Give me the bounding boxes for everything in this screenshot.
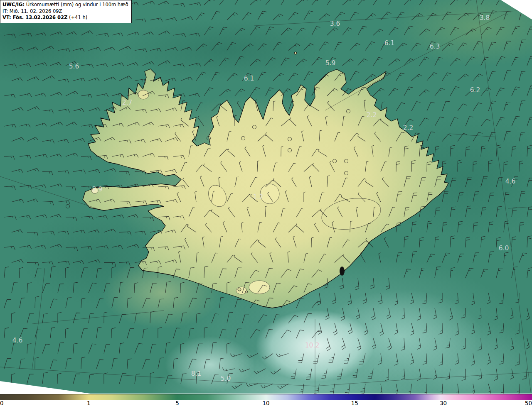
value-label: 6.3 <box>430 43 440 50</box>
map-canvas: 3.63.86.16.35.66.15.96.22.72.22.22.91.24… <box>0 0 532 394</box>
colorbar-tick: 15 <box>351 400 358 406</box>
weather-map-product: 3.63.86.16.35.66.15.96.22.72.22.22.91.24… <box>0 0 532 406</box>
value-label: 3.6 <box>330 20 340 27</box>
colorbar-tick: 10 <box>262 400 269 406</box>
map-title-box: UWC/IG: Úrkomumætti (mm) og vindur i 100… <box>0 0 132 23</box>
product-title: Úrkomumætti (mm) og vindur i 100m hæð <box>26 2 128 7</box>
product-id: UWC/IG: <box>2 2 25 7</box>
value-label: 6.1 <box>244 75 254 82</box>
value-label: 6.0 <box>499 245 509 252</box>
domain-corner <box>0 381 96 394</box>
colorbar-gradient <box>0 394 532 400</box>
value-label: 1.2 <box>253 193 264 201</box>
value-label: 10.2 <box>305 342 320 349</box>
value-label: 8.1 <box>191 370 202 377</box>
colorbar-tick-labels: 01510153050 <box>0 401 532 406</box>
glacier-outline <box>236 287 247 294</box>
valid-time: VT: Fös. 13.02.2026 02Z <box>2 15 67 20</box>
value-label: 3.8 <box>480 14 490 22</box>
map-overlay: 3.63.86.16.35.66.15.96.22.72.22.22.91.24… <box>0 0 532 394</box>
value-label: 4.6 <box>12 337 23 344</box>
init-time: IT: Mið. 11. 02. 2026 09Z <box>2 8 128 15</box>
domain-corner <box>501 0 532 20</box>
colorbar-tick: 1 <box>87 400 91 406</box>
glacier-outline <box>249 281 270 294</box>
colorbar-tick: 5 <box>175 400 179 406</box>
colorbar-tick: 0 <box>0 400 4 406</box>
valid-offset: (+41 h) <box>69 15 87 20</box>
value-label: 2.7 <box>122 99 133 106</box>
offshore-island <box>294 52 297 54</box>
calm-wind-circle <box>66 205 70 208</box>
value-label: 2.2 <box>367 111 377 119</box>
offshore-island <box>238 288 241 291</box>
mountain-blob <box>340 267 345 276</box>
colorbar-tick: 30 <box>440 400 447 406</box>
title-line: UWC/IG: Úrkomumætti (mm) og vindur i 100… <box>2 2 128 8</box>
valid-line: VT: Fös. 13.02.2026 02Z (+41 h) <box>2 15 128 21</box>
value-label: 5.9 <box>325 59 336 67</box>
glacier-outline <box>138 90 149 99</box>
value-label: 6.2 <box>470 86 480 94</box>
value-label: 5.6 <box>69 63 79 70</box>
colorbar: 01510153050 <box>0 394 532 406</box>
value-label: 2.9 <box>92 186 103 193</box>
value-label: 2.2 <box>403 124 414 132</box>
value-label: 6.1 <box>384 39 395 47</box>
value-label: 4.6 <box>505 178 516 185</box>
colorbar-tick: 50 <box>525 400 532 406</box>
value-label: 5.0 <box>221 375 231 382</box>
offshore-island <box>246 291 248 293</box>
